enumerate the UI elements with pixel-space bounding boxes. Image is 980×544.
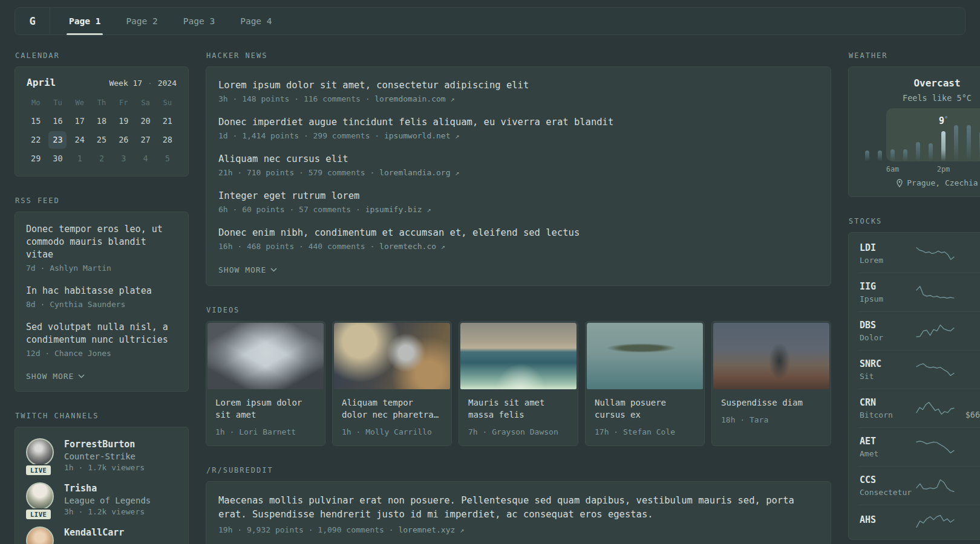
twitch-channel-row[interactable]: LIVE KendallCarr (26, 526, 177, 544)
video-thumbnail[interactable] (713, 323, 829, 389)
twitch-channel-row[interactable]: LIVE Trisha League of Legends 3h · 1.2k … (26, 482, 177, 516)
rss-card: Donec tempor eros leo, ut commodo mauris… (15, 212, 189, 392)
twitch-channel-meta: 1h · 1.7k viewers (64, 463, 145, 472)
weekday-label: We (69, 99, 91, 107)
video-title[interactable]: Mauris sit amet massa felis (468, 397, 569, 421)
rss-item-title[interactable]: Donec tempor eros leo, ut commodo mauris… (26, 223, 177, 261)
stock-change: +2.84% (959, 280, 980, 291)
video-card[interactable]: Aliquam tempor dolor nec pharetra… 1h · … (332, 321, 452, 446)
hn-item-domain-link[interactable]: loremlandia.org (379, 168, 450, 177)
twitch-channel-row[interactable]: LIVE ForrestBurton Counter-Strike 1h · 1… (26, 438, 177, 472)
stock-price: $42.04 (959, 294, 980, 303)
video-thumbnail[interactable] (587, 323, 703, 389)
rss-item[interactable]: In hac habitasse platea 8d · Cynthia Sau… (26, 285, 177, 309)
map-pin-icon (896, 179, 903, 187)
weather-bars (861, 125, 980, 161)
hn-item: Aliquam nec cursus elit 21h · 710 points… (218, 153, 818, 177)
video-card[interactable]: Nullam posuere cursus ex 17h · Stefan Co… (585, 321, 705, 446)
twitch-channel-name[interactable]: ForrestBurton (64, 439, 145, 450)
video-card[interactable]: Mauris sit amet massa felis 7h · Grayson… (459, 321, 578, 446)
twitch-channel-category[interactable]: Counter-Strike (64, 452, 145, 461)
stock-row[interactable]: DBS Dolor +1.42% $156.28 (858, 311, 980, 350)
stock-row[interactable]: AET Amet +0.92% $499.72 (858, 427, 980, 466)
hn-item-domain-link[interactable]: ipsumify.biz (365, 205, 422, 214)
video-thumbnail[interactable] (460, 323, 577, 389)
weekday-label: Su (157, 99, 178, 107)
calendar-month: April (27, 77, 56, 88)
weather-temp-label: 9° (939, 115, 948, 126)
reddit-post-title[interactable]: Maecenas mollis pulvinar erat non posuer… (218, 494, 818, 522)
stock-row[interactable]: AHS +0.46% (858, 505, 980, 537)
calendar-week-year: Week 17 · 2024 (109, 79, 177, 88)
stock-change: +4.35% (959, 242, 980, 253)
stock-price: $66,171.48 (959, 410, 980, 419)
video-title[interactable]: Lorem ipsum dolor sit amet consectetu… (215, 397, 316, 421)
stock-price: $148.64 (959, 371, 980, 381)
rss-item-title[interactable]: Sed volutpat nulla nisl, a condimentum n… (26, 321, 177, 346)
avatar (26, 438, 54, 466)
hn-item-meta: 6h · 60 points · 57 comments · ipsumify.… (218, 205, 818, 214)
subreddit-section-title: /R/SUBREDDIT (206, 466, 831, 474)
rss-item-meta: 8d · Cynthia Saunders (26, 300, 177, 309)
hn-item-domain-link[interactable]: loremtech.co (379, 242, 436, 251)
twitch-channel-meta: 3h · 1.2k viewers (64, 507, 151, 516)
hn-item-title[interactable]: Aliquam nec cursus elit (218, 153, 818, 166)
calendar-day: 23 (48, 131, 67, 149)
stock-row[interactable]: CRN Bitcorn -1.00% $66,171.48 (858, 389, 980, 427)
hn-item-domain-link[interactable]: ipsumworld.net (384, 131, 451, 140)
hn-item: Donec enim nibh, condimentum et accumsan… (218, 227, 818, 251)
video-title[interactable]: Suspendisse diam (721, 397, 822, 409)
calendar-section-title: CALENDAR (15, 51, 189, 60)
stock-row[interactable]: LDI Lorem +4.35% $795.18 (858, 235, 980, 273)
video-meta: 1h · Lori Barnett (215, 427, 316, 436)
hn-item-domain-link[interactable]: loremdomain.com (374, 94, 445, 103)
stock-symbol: AHS (860, 514, 915, 525)
app-logo[interactable]: G (15, 8, 50, 34)
video-card[interactable]: Lorem ipsum dolor sit amet consectetu… 1… (206, 321, 325, 446)
twitch-channel-name[interactable]: KendallCarr (64, 527, 124, 538)
video-thumbnail[interactable] (334, 323, 450, 389)
external-link-icon: ↗ (451, 95, 455, 103)
stock-price: $156.28 (959, 332, 980, 342)
hn-item-title[interactable]: Integer eget rutrum lorem (218, 190, 818, 202)
twitch-channel-name[interactable]: Trisha (64, 483, 151, 494)
stock-change: +0.92% (959, 435, 980, 446)
calendar-day: 25 (93, 131, 111, 149)
rss-item[interactable]: Sed volutpat nulla nisl, a condimentum n… (26, 321, 177, 358)
rss-item[interactable]: Donec tempor eros leo, ut commodo mauris… (26, 223, 177, 273)
stock-symbol: SNRC (860, 358, 915, 369)
rss-item-title[interactable]: In hac habitasse platea (26, 285, 177, 297)
hn-item: Integer eget rutrum lorem 6h · 60 points… (218, 190, 818, 214)
stock-name: Ipsum (860, 294, 915, 303)
stock-name: Bitcorn (860, 410, 915, 419)
weather-condition: Overcast (857, 77, 980, 89)
hacker-news-widget: HACKER NEWS Lorem ipsum dolor sit amet, … (206, 51, 831, 286)
calendar-day: 17 (71, 112, 89, 130)
calendar-day: 5 (158, 150, 177, 167)
reddit-post-domain-link[interactable]: loremnet.xyz (398, 525, 455, 534)
page-tab[interactable]: Page 3 (171, 8, 227, 34)
stock-row[interactable]: IIG Ipsum +2.84% $42.04 (858, 273, 980, 311)
stock-row[interactable]: CCS Consectetur +0.51% $165.84 (858, 466, 980, 505)
video-title[interactable]: Nullam posuere cursus ex (595, 397, 695, 421)
page-tab[interactable]: Page 1 (56, 8, 113, 34)
calendar-day: 21 (158, 112, 177, 130)
twitch-channel-category[interactable]: League of Legends (64, 496, 151, 505)
video-title[interactable]: Aliquam tempor dolor nec pharetra… (342, 397, 442, 421)
stocks-card: LDI Lorem +4.35% $795.18 IIG Ipsum (848, 232, 980, 540)
hn-show-more-button[interactable]: SHOW MORE (218, 265, 277, 274)
rss-show-more-button[interactable]: SHOW MORE (26, 372, 85, 381)
hn-item-title[interactable]: Lorem ipsum dolor sit amet, consectetur … (218, 79, 818, 92)
hn-item-title[interactable]: Donec imperdiet augue tincidunt felis al… (218, 116, 818, 129)
video-card[interactable]: Suspendisse diam 18h · Tara (711, 321, 831, 446)
subreddit-card: Maecenas mollis pulvinar erat non posuer… (206, 481, 831, 544)
page-tab[interactable]: Page 2 (113, 8, 170, 34)
video-thumbnail[interactable] (207, 323, 324, 389)
hn-item-title[interactable]: Donec enim nibh, condimentum et accumsan… (218, 227, 818, 239)
left-column: CALENDAR April Week 17 · 2024 MoTuWeThFr… (15, 51, 189, 544)
page-tab[interactable]: Page 4 (227, 8, 284, 34)
hacker-news-card: Lorem ipsum dolor sit amet, consectetur … (206, 66, 831, 286)
subreddit-widget: /R/SUBREDDIT Maecenas mollis pulvinar er… (206, 466, 831, 544)
reddit-post-meta: 19h · 9,932 points · 1,090 comments · lo… (218, 525, 818, 534)
stock-row[interactable]: SNRC Sit +1.36% $148.64 (858, 350, 980, 389)
